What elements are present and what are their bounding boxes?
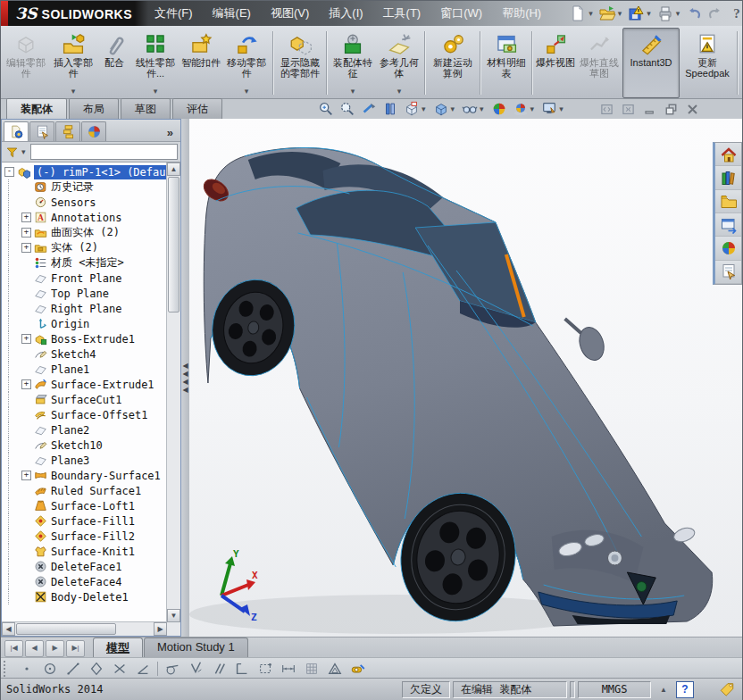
menu-w[interactable]: 窗口(W) bbox=[430, 1, 492, 26]
doc-pane-collapse-right-button[interactable] bbox=[617, 101, 639, 117]
dropdown-caret[interactable]: ▾ bbox=[451, 104, 455, 113]
dropdown-caret[interactable]: ▾ bbox=[559, 104, 564, 113]
sk-perpendicular-button[interactable] bbox=[230, 659, 254, 678]
scroll-left-button[interactable]: ◀ bbox=[2, 622, 15, 636]
apply-scene-button[interactable]: ▾ bbox=[510, 100, 539, 118]
tab-草图[interactable]: 草图 bbox=[121, 98, 171, 119]
tree-item-surface-fill1[interactable]: Surface-Fill1 bbox=[2, 513, 167, 529]
tree-item-front-plane[interactable]: Front Plane bbox=[2, 271, 167, 286]
dropdown-caret[interactable]: ▾ bbox=[422, 104, 426, 113]
ribbon-insert-component-button[interactable]: 插入零部件▾ bbox=[49, 28, 97, 98]
ribbon-motion-study-button[interactable]: 新建运动算例 bbox=[428, 28, 478, 98]
display-style-button[interactable]: ▾ bbox=[430, 100, 460, 118]
expand-icon[interactable]: + bbox=[21, 243, 31, 253]
panel-tab-displaymanager[interactable] bbox=[81, 121, 106, 141]
sk-point-button[interactable] bbox=[15, 659, 38, 678]
menu-f[interactable]: 文件(F) bbox=[145, 1, 203, 26]
tree-item-sketch10[interactable]: Sketch10 bbox=[2, 438, 167, 453]
tree-vertical-scrollbar[interactable]: ▲ ▼ bbox=[166, 162, 180, 622]
dropdown-caret[interactable]: ▾ bbox=[154, 87, 158, 96]
tree-item-实体-2[interactable]: +实体 (2) bbox=[2, 240, 167, 255]
units-dropdown-arrow[interactable]: ▲ bbox=[660, 686, 667, 694]
hide-show-items-button[interactable]: ▾ bbox=[459, 100, 488, 118]
taskpane-custom-properties-tab[interactable] bbox=[715, 261, 741, 284]
tree-item-surface-knit1[interactable]: Surface-Knit1 bbox=[2, 544, 167, 559]
sk-dimension-button[interactable] bbox=[277, 659, 300, 678]
sk-cross-button[interactable] bbox=[108, 659, 131, 678]
tree-horizontal-scrollbar[interactable]: ◀ ▶ bbox=[2, 621, 167, 636]
ribbon-linear-pattern-button[interactable]: 线性零部件...▾ bbox=[131, 28, 179, 98]
expand-icon[interactable]: + bbox=[21, 379, 31, 389]
dropdown-caret[interactable]: ▾ bbox=[480, 104, 484, 113]
tree-item-body-delete1[interactable]: Body-Delete1 bbox=[2, 589, 167, 604]
doc-win-close-button[interactable] bbox=[681, 101, 703, 117]
ribbon-bom-button[interactable]: 材料明细表 bbox=[483, 28, 530, 98]
tree-item-历史记录[interactable]: 历史记录 bbox=[2, 179, 167, 195]
doc-tab-motion-study-1[interactable]: Motion Study 1 bbox=[144, 638, 248, 658]
graphics-viewport[interactable]: Y X Z bbox=[189, 119, 742, 637]
edit-appearance-button[interactable] bbox=[488, 100, 510, 118]
ribbon-update-speedpak-button[interactable]: 更新 Speedpak bbox=[680, 28, 735, 98]
taskpane-home-tab[interactable] bbox=[715, 143, 741, 166]
menu-v[interactable]: 视图(V) bbox=[261, 1, 319, 26]
dropdown-caret[interactable]: ▾ bbox=[676, 9, 680, 18]
taskpane-design-library-tab[interactable] bbox=[715, 166, 741, 189]
tab-装配体[interactable]: 装配体 bbox=[6, 98, 67, 119]
ribbon-instant3d-button[interactable]: Instant3D bbox=[622, 28, 680, 98]
sk-rhombus-button[interactable] bbox=[85, 659, 108, 678]
tab-nav-last-button[interactable]: ▶| bbox=[66, 640, 85, 657]
doc-pane-collapse-left-button[interactable] bbox=[596, 101, 617, 117]
dropdown-caret[interactable]: ▾ bbox=[530, 104, 535, 113]
sk-select-box-button[interactable] bbox=[254, 659, 277, 678]
panel-tab-overflow[interactable]: » bbox=[167, 126, 179, 141]
tree-item-plane1[interactable]: Plane1 bbox=[2, 362, 167, 377]
menu-h[interactable]: 帮助(H) bbox=[492, 1, 551, 26]
previous-view-button[interactable] bbox=[358, 100, 380, 118]
ribbon-exploded-view-button[interactable]: 爆炸视图 bbox=[535, 28, 576, 98]
sk-line-button[interactable] bbox=[62, 659, 85, 678]
tree-item-曲面实体-2[interactable]: +曲面实体 (2) bbox=[2, 225, 167, 240]
tree-item-deleteface1[interactable]: DeleteFace1 bbox=[2, 559, 167, 574]
scroll-down-button[interactable]: ▼ bbox=[167, 609, 180, 622]
ribbon-move-component-button[interactable]: 移动零部件▾ bbox=[222, 28, 271, 98]
print-button[interactable]: ▾ bbox=[655, 3, 684, 24]
dropdown-caret[interactable]: ▾ bbox=[351, 87, 355, 96]
sk-measure-button[interactable] bbox=[346, 659, 370, 678]
vertical-scroll-thumb[interactable] bbox=[168, 177, 179, 312]
sk-parallel-button[interactable] bbox=[207, 659, 230, 678]
tree-item-surface-extrude1[interactable]: +Surface-Extrude1 bbox=[2, 377, 167, 392]
collapse-icon[interactable]: - bbox=[4, 167, 14, 177]
dropdown-caret[interactable]: ▾ bbox=[647, 9, 651, 18]
menu-e[interactable]: 编辑(E) bbox=[203, 1, 261, 26]
view-orientation-button[interactable]: ▾ bbox=[401, 100, 430, 118]
doc-tab-模型[interactable]: 模型 bbox=[93, 638, 143, 658]
tab-nav-first-button[interactable]: |◀ bbox=[4, 640, 23, 657]
ribbon-show-hidden-button[interactable]: 显示隐藏的零部件 bbox=[276, 28, 324, 98]
filter-input[interactable] bbox=[30, 144, 178, 160]
tree-item-boss-extrude1[interactable]: +Boss-Extrude1 bbox=[2, 331, 167, 346]
dropdown-caret[interactable]: ▾ bbox=[589, 9, 593, 18]
ribbon-smart-fasteners-button[interactable]: 智能扣件 bbox=[179, 28, 222, 98]
tree-item-sketch4[interactable]: Sketch4 bbox=[2, 346, 167, 362]
menu-t[interactable]: 工具(T) bbox=[373, 1, 431, 26]
tab-布局[interactable]: 布局 bbox=[69, 98, 119, 119]
open-doc-button[interactable]: ▾ bbox=[597, 3, 626, 24]
dropdown-caret[interactable]: ▾ bbox=[71, 87, 76, 96]
tree-item-surfacecut1[interactable]: SurfaceCut1 bbox=[2, 392, 167, 407]
sk-vee-button[interactable] bbox=[184, 659, 207, 678]
horizontal-scroll-thumb[interactable] bbox=[16, 623, 116, 635]
tree-item-ruled-surface1[interactable]: Ruled Surface1 bbox=[2, 483, 167, 498]
view-settings-button[interactable]: ▾ bbox=[538, 100, 568, 118]
ribbon-assembly-features-button[interactable]: 装配体特征▾ bbox=[330, 28, 376, 98]
new-doc-button[interactable]: ▾ bbox=[567, 3, 597, 24]
tree-item-surface-loft1[interactable]: Surface-Loft1 bbox=[2, 498, 167, 513]
tree-item-deleteface4[interactable]: DeleteFace4 bbox=[2, 574, 167, 589]
tree-item-surface-fill2[interactable]: Surface-Fill2 bbox=[2, 529, 167, 544]
tab-nav-prev-button[interactable]: ◀ bbox=[25, 640, 44, 657]
dropdown-caret[interactable]: ▾ bbox=[245, 87, 249, 96]
expand-icon[interactable]: + bbox=[21, 471, 31, 480]
sk-triangle-button[interactable] bbox=[323, 659, 346, 678]
panel-tab-configurationmanager[interactable] bbox=[55, 121, 80, 141]
save-doc-button[interactable]: ▾ bbox=[625, 3, 655, 24]
tree-item-top-plane[interactable]: Top Plane bbox=[2, 286, 167, 301]
